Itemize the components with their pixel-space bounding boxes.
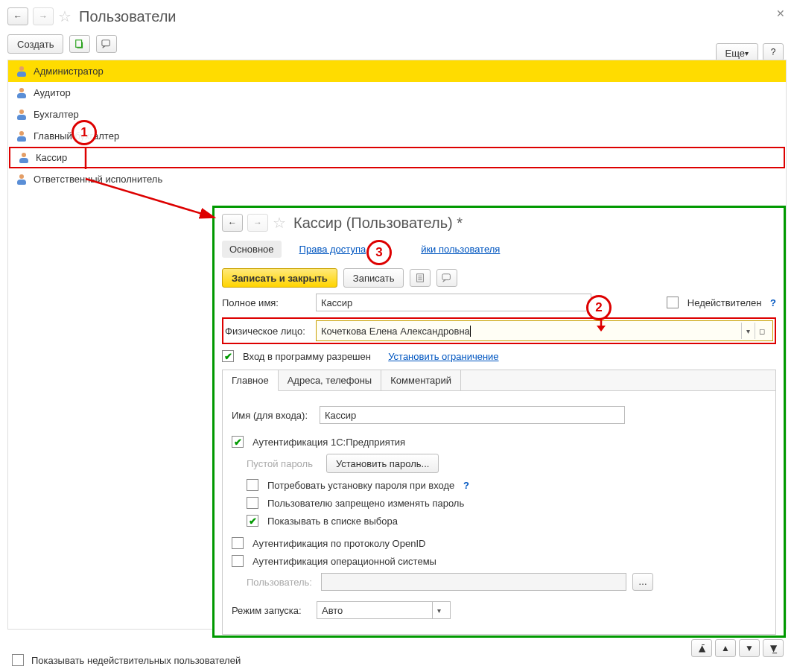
favorite-star-icon[interactable]: ☆ (58, 7, 72, 25)
dropdown-icon[interactable]: ▾ (432, 602, 445, 618)
auth-os-label: Аутентификация операционной системы (253, 556, 436, 567)
auth-openid-label: Аутентификация по протоколу OpenID (253, 538, 425, 549)
nav-forward-button[interactable]: → (33, 7, 54, 25)
show-invalid-users-checkbox[interactable] (12, 654, 24, 666)
user-label: Бухгалтер (34, 109, 79, 120)
subtab-main[interactable]: Главное (223, 370, 279, 391)
list-down-button[interactable]: ▼ (739, 639, 760, 657)
auth-os-checkbox[interactable] (232, 555, 244, 567)
chat-button[interactable] (96, 35, 117, 53)
report-button[interactable] (410, 269, 431, 287)
save-close-button[interactable]: Записать и закрыть (222, 268, 337, 288)
user-row-auditor[interactable]: Аудитор (8, 82, 786, 104)
inner-chat-button[interactable] (436, 269, 457, 287)
nav-back-button[interactable]: ← (7, 7, 28, 25)
help-label: ? (771, 47, 776, 57)
subtab-comment[interactable]: Комментарий (381, 370, 461, 390)
login-allowed-label: Вход в программу разрешен (243, 351, 371, 362)
require-pw-change-label: Потребовать установку пароля при входе (267, 480, 454, 491)
help-button[interactable]: ? (763, 43, 784, 61)
save-button[interactable]: Записать (343, 268, 404, 288)
login-name-input[interactable]: Кассир (320, 406, 625, 424)
dropdown-icon[interactable]: ▾ (741, 323, 755, 339)
list-last-button[interactable]: ▼̲ (763, 639, 784, 657)
page-title: Пользователи (79, 8, 177, 25)
user-row-chief-accountant[interactable]: Главный бухгалтер (8, 125, 786, 147)
open-icon[interactable]: ◻ (755, 323, 768, 339)
empty-password-label: Пустой пароль (247, 458, 313, 469)
invalid-label: Недействителен (687, 297, 762, 308)
help-icon[interactable]: ? (460, 480, 469, 491)
os-user-label: Пользователь: (247, 577, 315, 588)
user-row-responsible[interactable]: Ответственный исполнитель (8, 168, 786, 190)
inner-title: Кассир (Пользователь) * (293, 215, 463, 232)
os-user-browse-button[interactable]: … (632, 573, 653, 591)
annotation-2: 2 (586, 295, 612, 320)
svg-rect-1 (102, 40, 110, 46)
user-label: Кассир (36, 152, 67, 163)
no-pw-change-label: Пользователю запрещено изменять пароль (267, 498, 464, 509)
launch-mode-value: Авто (322, 605, 343, 616)
show-in-list-checkbox[interactable]: ✔ (247, 515, 258, 527)
show-in-list-label: Показывать в списке выбора (267, 516, 398, 527)
tab-main[interactable]: Основное (222, 241, 282, 258)
full-name-label: Полное имя: (222, 297, 310, 308)
user-icon (17, 174, 26, 185)
user-row-administrator[interactable]: Администратор (8, 60, 786, 82)
person-label: Физическое лицо: (225, 326, 310, 337)
close-button[interactable]: ✕ (776, 7, 785, 19)
annotation-1: 1 (72, 120, 97, 145)
sub-tabs: Главное Адреса, телефоны Комментарий (222, 370, 776, 391)
full-name-input[interactable]: Кассир (316, 294, 591, 311)
user-label: Ответственный исполнитель (34, 174, 162, 185)
tab-user-settings[interactable]: йки пользователя (413, 241, 507, 258)
inner-forward-button[interactable]: → (247, 214, 268, 232)
os-user-input (321, 573, 626, 591)
user-icon (19, 153, 28, 163)
set-password-button[interactable]: Установить пароль... (326, 454, 439, 473)
set-limit-link[interactable]: Установить ограничение (388, 351, 498, 362)
user-label: Администратор (34, 66, 104, 77)
auth-1c-label: Аутентификация 1С:Предприятия (253, 437, 405, 448)
user-edit-window: ← → ☆ Кассир (Пользователь) * Основное П… (212, 206, 786, 638)
subtab-addresses[interactable]: Адреса, телефоны (279, 370, 382, 390)
auth-openid-checkbox[interactable] (232, 537, 244, 549)
favorite-star-icon[interactable]: ☆ (273, 214, 286, 232)
user-label: Аудитор (34, 87, 71, 98)
list-first-button[interactable]: ▲̄ (691, 639, 712, 657)
person-select[interactable]: Кочеткова Елена Александровна ▾ ◻ (316, 320, 773, 341)
no-pw-change-checkbox[interactable] (247, 497, 258, 509)
user-icon (17, 131, 26, 142)
inner-back-button[interactable]: ← (222, 214, 243, 232)
invalid-checkbox[interactable] (667, 297, 679, 308)
user-row-accountant[interactable]: Бухгалтер (8, 104, 786, 125)
copy-button[interactable] (69, 35, 90, 53)
tab-rights[interactable]: Права доступа (292, 241, 374, 258)
sub-body: Имя (для входа): Кассир ✔ Аутентификация… (222, 391, 776, 635)
launch-mode-select[interactable]: Авто ▾ (317, 601, 451, 619)
user-icon (17, 88, 26, 98)
show-invalid-users-label: Показывать недействительных пользователе… (31, 655, 241, 666)
help-icon[interactable]: ? (767, 297, 776, 308)
svg-rect-8 (442, 274, 451, 280)
annotation-3: 3 (366, 240, 392, 265)
person-value: Кочеткова Елена Александровна (321, 326, 471, 337)
user-icon (17, 66, 26, 77)
user-row-cashier[interactable]: Кассир (9, 147, 785, 168)
require-pw-change-checkbox[interactable] (247, 479, 258, 491)
login-name-label: Имя (для входа): (232, 410, 314, 421)
auth-1c-checkbox[interactable]: ✔ (232, 436, 244, 448)
list-up-button[interactable]: ▲ (715, 639, 736, 657)
create-button[interactable]: Создать (7, 34, 63, 54)
launch-mode-label: Режим запуска: (232, 605, 311, 616)
svg-rect-0 (76, 40, 82, 48)
user-icon (17, 110, 26, 120)
login-allowed-checkbox[interactable]: ✔ (222, 350, 234, 362)
